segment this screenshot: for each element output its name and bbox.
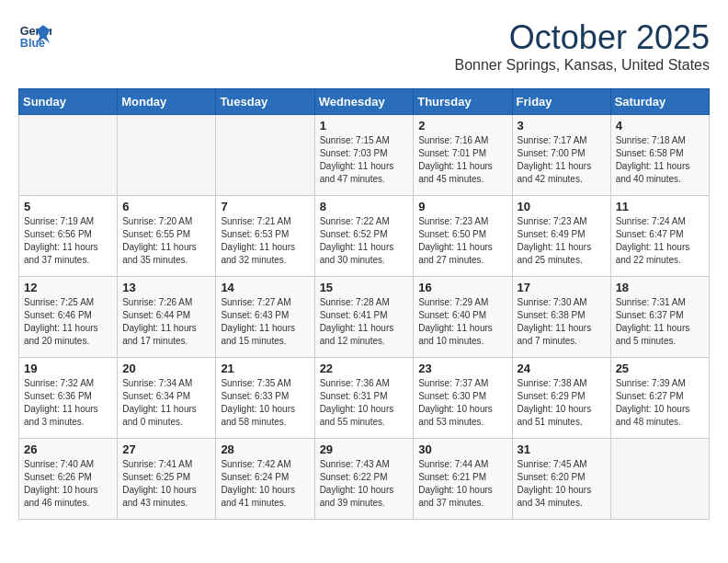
calendar-cell: 13Sunrise: 7:26 AM Sunset: 6:44 PM Dayli… — [118, 277, 216, 358]
calendar-cell: 19Sunrise: 7:32 AM Sunset: 6:36 PM Dayli… — [19, 358, 118, 439]
day-info: Sunrise: 7:27 AM Sunset: 6:43 PM Dayligh… — [221, 296, 309, 348]
calendar-week-5: 26Sunrise: 7:40 AM Sunset: 6:26 PM Dayli… — [19, 439, 710, 520]
day-info: Sunrise: 7:35 AM Sunset: 6:33 PM Dayligh… — [221, 377, 309, 429]
day-info: Sunrise: 7:29 AM Sunset: 6:40 PM Dayligh… — [418, 296, 506, 348]
day-info: Sunrise: 7:19 AM Sunset: 6:56 PM Dayligh… — [24, 215, 112, 267]
day-info: Sunrise: 7:41 AM Sunset: 6:25 PM Dayligh… — [122, 458, 210, 510]
calendar-cell: 9Sunrise: 7:23 AM Sunset: 6:50 PM Daylig… — [414, 196, 512, 277]
day-number: 23 — [418, 362, 506, 375]
calendar-cell: 7Sunrise: 7:21 AM Sunset: 6:53 PM Daylig… — [216, 196, 314, 277]
calendar-week-1: 1Sunrise: 7:15 AM Sunset: 7:03 PM Daylig… — [19, 115, 710, 196]
calendar-table: SundayMondayTuesdayWednesdayThursdayFrid… — [18, 88, 710, 520]
calendar-cell: 12Sunrise: 7:25 AM Sunset: 6:46 PM Dayli… — [19, 277, 118, 358]
day-info: Sunrise: 7:37 AM Sunset: 6:30 PM Dayligh… — [418, 377, 506, 429]
calendar-cell: 1Sunrise: 7:15 AM Sunset: 7:03 PM Daylig… — [314, 115, 414, 196]
day-number: 9 — [418, 200, 506, 213]
day-info: Sunrise: 7:16 AM Sunset: 7:01 PM Dayligh… — [418, 134, 506, 186]
day-info: Sunrise: 7:42 AM Sunset: 6:24 PM Dayligh… — [221, 458, 309, 510]
day-info: Sunrise: 7:20 AM Sunset: 6:55 PM Dayligh… — [122, 215, 210, 267]
calendar-cell: 18Sunrise: 7:31 AM Sunset: 6:37 PM Dayli… — [610, 277, 709, 358]
day-info: Sunrise: 7:28 AM Sunset: 6:41 PM Dayligh… — [320, 296, 409, 348]
day-number: 17 — [518, 281, 606, 294]
calendar-cell: 3Sunrise: 7:17 AM Sunset: 7:00 PM Daylig… — [512, 115, 610, 196]
location: Bonner Springs, Kansas, United States — [455, 57, 711, 74]
weekday-header-row: SundayMondayTuesdayWednesdayThursdayFrid… — [19, 89, 710, 115]
day-info: Sunrise: 7:32 AM Sunset: 6:36 PM Dayligh… — [24, 377, 112, 429]
day-info: Sunrise: 7:36 AM Sunset: 6:31 PM Dayligh… — [320, 377, 409, 429]
calendar-cell: 15Sunrise: 7:28 AM Sunset: 6:41 PM Dayli… — [314, 277, 414, 358]
month-title: October 2025 — [455, 18, 711, 57]
day-number: 4 — [616, 119, 704, 132]
calendar-cell: 24Sunrise: 7:38 AM Sunset: 6:29 PM Dayli… — [512, 358, 610, 439]
title-block: October 2025 Bonner Springs, Kansas, Uni… — [455, 18, 711, 74]
day-number: 12 — [24, 281, 112, 294]
day-number: 13 — [122, 281, 210, 294]
calendar-cell: 10Sunrise: 7:23 AM Sunset: 6:49 PM Dayli… — [512, 196, 610, 277]
calendar-cell — [216, 115, 314, 196]
weekday-header-monday: Monday — [118, 89, 216, 115]
page-header: General Blue October 2025 Bonner Springs… — [18, 18, 710, 74]
weekday-header-friday: Friday — [512, 89, 610, 115]
day-info: Sunrise: 7:22 AM Sunset: 6:52 PM Dayligh… — [320, 215, 409, 267]
day-info: Sunrise: 7:17 AM Sunset: 7:00 PM Dayligh… — [518, 134, 606, 186]
calendar-cell: 25Sunrise: 7:39 AM Sunset: 6:27 PM Dayli… — [610, 358, 709, 439]
calendar-cell: 30Sunrise: 7:44 AM Sunset: 6:21 PM Dayli… — [414, 439, 512, 520]
day-number: 16 — [418, 281, 506, 294]
calendar-cell: 6Sunrise: 7:20 AM Sunset: 6:55 PM Daylig… — [118, 196, 216, 277]
day-number: 8 — [320, 200, 409, 213]
calendar-cell: 2Sunrise: 7:16 AM Sunset: 7:01 PM Daylig… — [414, 115, 512, 196]
day-number: 25 — [616, 362, 704, 375]
day-number: 20 — [122, 362, 210, 375]
day-info: Sunrise: 7:31 AM Sunset: 6:37 PM Dayligh… — [616, 296, 704, 348]
day-number: 15 — [320, 281, 409, 294]
day-number: 2 — [418, 119, 506, 132]
weekday-header-wednesday: Wednesday — [314, 89, 414, 115]
calendar-week-3: 12Sunrise: 7:25 AM Sunset: 6:46 PM Dayli… — [19, 277, 710, 358]
day-info: Sunrise: 7:23 AM Sunset: 6:50 PM Dayligh… — [418, 215, 506, 267]
day-info: Sunrise: 7:23 AM Sunset: 6:49 PM Dayligh… — [518, 215, 606, 267]
day-info: Sunrise: 7:45 AM Sunset: 6:20 PM Dayligh… — [518, 458, 606, 510]
calendar-cell: 22Sunrise: 7:36 AM Sunset: 6:31 PM Dayli… — [314, 358, 414, 439]
day-number: 30 — [418, 442, 506, 456]
day-number: 11 — [616, 200, 704, 213]
day-info: Sunrise: 7:30 AM Sunset: 6:38 PM Dayligh… — [518, 296, 606, 348]
calendar-week-4: 19Sunrise: 7:32 AM Sunset: 6:36 PM Dayli… — [19, 358, 710, 439]
calendar-cell: 16Sunrise: 7:29 AM Sunset: 6:40 PM Dayli… — [414, 277, 512, 358]
day-info: Sunrise: 7:18 AM Sunset: 6:58 PM Dayligh… — [616, 134, 704, 186]
day-info: Sunrise: 7:24 AM Sunset: 6:47 PM Dayligh… — [616, 215, 704, 267]
calendar-cell: 21Sunrise: 7:35 AM Sunset: 6:33 PM Dayli… — [216, 358, 314, 439]
calendar-cell: 28Sunrise: 7:42 AM Sunset: 6:24 PM Dayli… — [216, 439, 314, 520]
day-info: Sunrise: 7:38 AM Sunset: 6:29 PM Dayligh… — [518, 377, 606, 429]
day-info: Sunrise: 7:34 AM Sunset: 6:34 PM Dayligh… — [122, 377, 210, 429]
calendar-cell: 17Sunrise: 7:30 AM Sunset: 6:38 PM Dayli… — [512, 277, 610, 358]
day-info: Sunrise: 7:21 AM Sunset: 6:53 PM Dayligh… — [221, 215, 309, 267]
calendar-cell: 26Sunrise: 7:40 AM Sunset: 6:26 PM Dayli… — [19, 439, 118, 520]
weekday-header-sunday: Sunday — [19, 89, 118, 115]
weekday-header-saturday: Saturday — [610, 89, 709, 115]
weekday-header-thursday: Thursday — [414, 89, 512, 115]
logo-icon: General Blue — [18, 18, 51, 52]
logo: General Blue — [18, 18, 51, 52]
calendar-cell — [118, 115, 216, 196]
day-info: Sunrise: 7:43 AM Sunset: 6:22 PM Dayligh… — [320, 458, 409, 510]
day-info: Sunrise: 7:26 AM Sunset: 6:44 PM Dayligh… — [122, 296, 210, 348]
day-info: Sunrise: 7:40 AM Sunset: 6:26 PM Dayligh… — [24, 458, 112, 510]
day-info: Sunrise: 7:25 AM Sunset: 6:46 PM Dayligh… — [24, 296, 112, 348]
day-info: Sunrise: 7:15 AM Sunset: 7:03 PM Dayligh… — [320, 134, 409, 186]
day-number: 19 — [24, 362, 112, 375]
calendar-cell: 11Sunrise: 7:24 AM Sunset: 6:47 PM Dayli… — [610, 196, 709, 277]
day-number: 27 — [122, 442, 210, 456]
day-info: Sunrise: 7:39 AM Sunset: 6:27 PM Dayligh… — [616, 377, 704, 429]
day-number: 26 — [24, 442, 112, 456]
day-number: 29 — [320, 442, 409, 456]
calendar-cell: 5Sunrise: 7:19 AM Sunset: 6:56 PM Daylig… — [19, 196, 118, 277]
day-number: 6 — [122, 200, 210, 213]
calendar-cell: 14Sunrise: 7:27 AM Sunset: 6:43 PM Dayli… — [216, 277, 314, 358]
calendar-week-2: 5Sunrise: 7:19 AM Sunset: 6:56 PM Daylig… — [19, 196, 710, 277]
weekday-header-tuesday: Tuesday — [216, 89, 314, 115]
day-number: 21 — [221, 362, 309, 375]
day-number: 1 — [320, 119, 409, 132]
day-number: 3 — [518, 119, 606, 132]
day-number: 18 — [616, 281, 704, 294]
calendar-cell: 8Sunrise: 7:22 AM Sunset: 6:52 PM Daylig… — [314, 196, 414, 277]
